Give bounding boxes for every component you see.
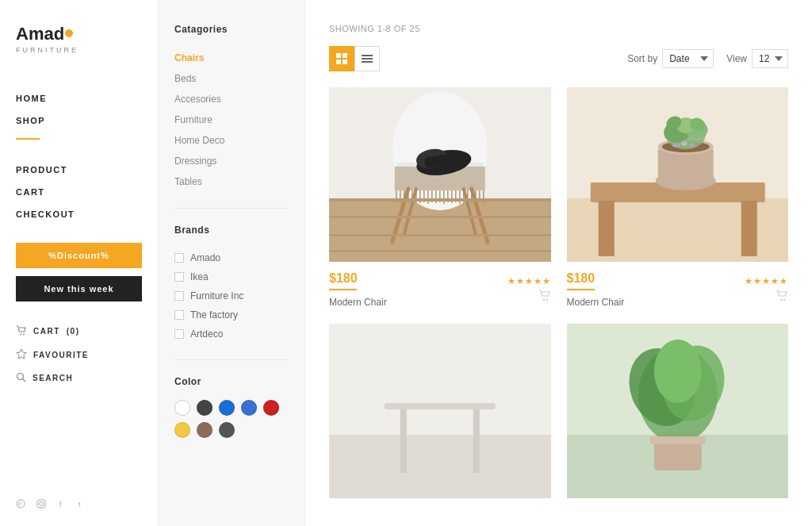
svg-rect-83 <box>385 403 496 409</box>
nav-cart[interactable]: CART <box>16 187 142 197</box>
search-link[interactable]: SEARCH <box>16 372 142 384</box>
svg-rect-17 <box>362 61 373 63</box>
svg-rect-7 <box>37 500 45 508</box>
twitter-link[interactable]: t <box>78 499 87 511</box>
cart-count: (0) <box>67 327 80 336</box>
svg-text:t: t <box>79 501 81 509</box>
sidebar-bottom: CART (0) FAVOURITE SEARCH <box>16 325 142 384</box>
brand-artdeco[interactable]: Artdeco <box>174 324 289 344</box>
instagram-link[interactable] <box>36 499 46 511</box>
svg-rect-56 <box>329 234 551 236</box>
svg-marker-2 <box>17 349 26 359</box>
svg-rect-13 <box>336 60 341 64</box>
brand-furniture-inc-checkbox[interactable] <box>174 291 184 301</box>
product-card-1[interactable]: $180 Modern Chair ★★★★★ <box>329 87 551 308</box>
product-footer-4 <box>567 508 789 511</box>
logo-brand: Amad <box>16 24 142 44</box>
nav-home[interactable]: HOME <box>16 94 142 103</box>
color-swatches <box>174 400 289 438</box>
categories-list: Chairs Beds Accesories Furniture Home De… <box>174 48 289 192</box>
product-footer-2: $180 Modern Chair ★★★★★ <box>567 271 789 308</box>
logo-subtitle: FURNITURE <box>16 46 142 54</box>
color-white[interactable] <box>174 400 190 416</box>
brand-the-factory[interactable]: The factory <box>174 305 289 324</box>
brand-ikea[interactable]: Ikea <box>174 267 289 286</box>
category-beds[interactable]: Beds <box>174 68 289 89</box>
brand-the-factory-checkbox[interactable] <box>174 310 184 320</box>
svg-text:P: P <box>18 501 22 507</box>
product-price-name-1: $180 Modern Chair <box>329 271 387 308</box>
nav-product[interactable]: PRODUCT <box>16 165 142 175</box>
sort-controls: Sort by Date Price Name View 12 24 48 <box>627 49 788 68</box>
category-furniture[interactable]: Furniture <box>174 109 289 130</box>
category-accesories[interactable]: Accesories <box>174 89 289 109</box>
category-home-deco[interactable]: Home Deco <box>174 130 289 151</box>
brand-amado[interactable]: Amado <box>174 248 289 267</box>
product-price-name-2: $180 Modern Chair <box>567 271 625 308</box>
svg-point-76 <box>680 141 687 146</box>
category-dressings[interactable]: Dressings <box>174 151 289 171</box>
color-charcoal[interactable] <box>219 422 235 438</box>
color-dark-gray[interactable] <box>197 400 213 416</box>
color-brown[interactable] <box>197 422 213 438</box>
svg-rect-93 <box>649 436 705 444</box>
svg-point-80 <box>783 298 785 300</box>
list-view-button[interactable] <box>354 46 380 71</box>
svg-rect-16 <box>362 58 373 60</box>
product-footer-1: $180 Modern Chair ★★★★★ <box>329 271 551 308</box>
brand-artdeco-checkbox[interactable] <box>174 329 184 339</box>
product-name-1: Modern Chair <box>329 297 387 308</box>
add-to-cart-1[interactable] <box>538 290 551 304</box>
product-image-4 <box>567 324 789 498</box>
color-blue2[interactable] <box>241 400 257 416</box>
svg-rect-55 <box>329 216 551 218</box>
brand-ikea-checkbox[interactable] <box>174 272 184 282</box>
product-stars-1: ★★★★★ <box>508 276 551 286</box>
product-grid: $180 Modern Chair ★★★★★ <box>329 87 788 511</box>
svg-rect-12 <box>343 53 347 58</box>
svg-text:f: f <box>59 501 62 509</box>
brands-list: Amado Ikea Furniture Inc The factory Art… <box>174 248 289 344</box>
facebook-link[interactable]: f <box>57 499 67 511</box>
color-yellow[interactable] <box>174 422 190 438</box>
sort-by-label: Sort by <box>627 53 657 64</box>
view-count-select[interactable]: 12 24 48 <box>752 49 788 68</box>
product-card-2[interactable]: $180 Modern Chair ★★★★★ <box>567 87 789 308</box>
svg-point-59 <box>546 298 547 300</box>
brands-divider <box>174 208 289 209</box>
product-price-1: $180 <box>329 271 387 286</box>
brands-title: Brands <box>174 225 289 236</box>
product-card-3[interactable] <box>329 324 551 511</box>
brand-amado-checkbox[interactable] <box>174 253 184 263</box>
new-week-button[interactable]: New this week <box>16 276 142 301</box>
svg-point-77 <box>688 144 695 148</box>
product-stars-2: ★★★★★ <box>745 276 788 286</box>
categories-title: Catagories <box>174 24 289 35</box>
discount-button[interactable]: %Discount% <box>16 243 142 268</box>
svg-point-58 <box>542 298 544 300</box>
sort-select[interactable]: Date Price Name <box>662 49 714 68</box>
favourite-link[interactable]: FAVOURITE <box>16 348 142 361</box>
product-card-4[interactable] <box>567 324 789 511</box>
cart-icon <box>16 325 27 337</box>
grid-view-button[interactable] <box>329 46 354 71</box>
product-image-2 <box>567 87 789 262</box>
color-divider <box>174 359 289 360</box>
favourite-label: FAVOURITE <box>33 351 89 359</box>
product-footer-3 <box>329 508 551 511</box>
brand-furniture-inc[interactable]: Furniture Inc <box>174 286 289 305</box>
pinterest-link[interactable]: P <box>16 499 25 511</box>
svg-rect-57 <box>329 250 551 252</box>
svg-point-75 <box>672 143 680 148</box>
color-blue1[interactable] <box>219 400 235 416</box>
nav-shop[interactable]: SHOP <box>16 116 142 125</box>
category-tables[interactable]: Tables <box>174 171 289 192</box>
color-red[interactable] <box>263 400 279 416</box>
nav-checkout[interactable]: CHECKOUT <box>16 209 142 219</box>
social-links: P f t <box>16 475 142 511</box>
add-to-cart-2[interactable] <box>776 290 788 304</box>
category-chairs[interactable]: Chairs <box>174 48 289 68</box>
svg-rect-64 <box>741 201 756 256</box>
cart-link[interactable]: CART (0) <box>16 325 142 337</box>
view-count-group: View 12 24 48 <box>726 49 788 68</box>
